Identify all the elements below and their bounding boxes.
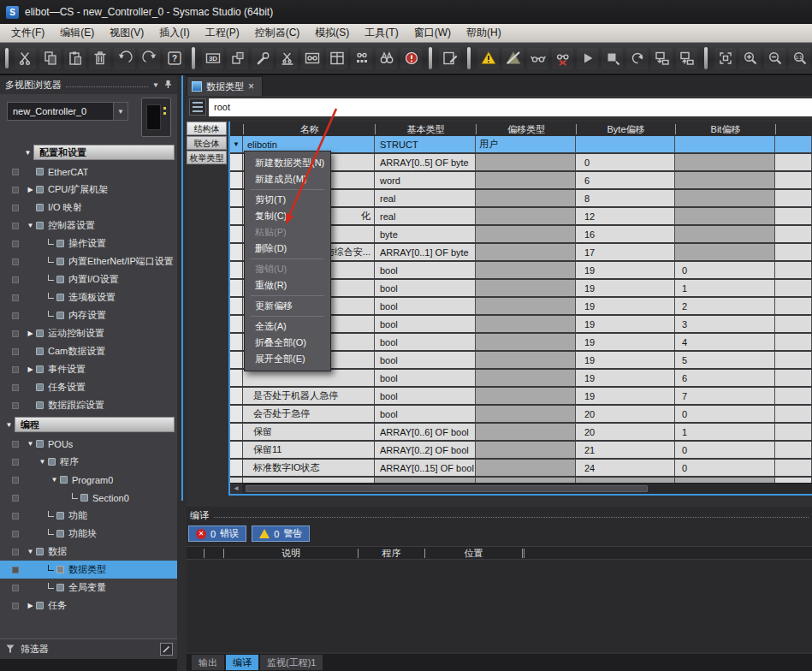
cell-offset-type[interactable]: [476, 172, 576, 188]
cell-bit-offset[interactable]: 0: [675, 262, 775, 278]
bottom-tab-output[interactable]: 输出: [192, 655, 224, 670]
cell-offset-type[interactable]: [476, 388, 576, 404]
cell-bit-offset[interactable]: 6: [675, 370, 775, 386]
menu-file[interactable]: 文件(F): [3, 24, 52, 42]
synchronize-icon[interactable]: [626, 48, 648, 69]
menu-project[interactable]: 工程(P): [198, 24, 247, 42]
cell-extra[interactable]: [775, 280, 812, 296]
menu-view[interactable]: 视图(V): [102, 24, 151, 42]
cell-offset-type[interactable]: [476, 244, 576, 260]
sidebar-item-data-types[interactable]: 数据类型: [0, 561, 177, 579]
sidebar-item-event-settings[interactable]: ▶事件设置: [0, 360, 177, 378]
context-menu-item-collapse-all[interactable]: 折叠全部(O): [245, 335, 330, 351]
run-icon[interactable]: [577, 48, 598, 69]
cell-bit-offset[interactable]: 1: [675, 424, 775, 440]
cell-name[interactable]: 保留11: [243, 442, 375, 458]
cell-extra[interactable]: [775, 208, 812, 224]
cell-byte-offset[interactable]: 21: [576, 442, 675, 458]
cell-extra[interactable]: [775, 172, 812, 188]
cell-bit-offset[interactable]: 1: [675, 280, 775, 296]
cell-base-type[interactable]: word: [375, 172, 476, 188]
row-expander[interactable]: ▼: [230, 136, 243, 152]
bottom-tab-watch-project-1[interactable]: 监视(工程)1: [260, 655, 323, 670]
row-expander[interactable]: [230, 298, 243, 314]
cell-bit-offset[interactable]: 0: [675, 460, 775, 476]
side-tab-enums[interactable]: 枚举类型: [187, 151, 227, 164]
zoom-100-icon[interactable]: 1:1: [789, 48, 810, 69]
row-expander[interactable]: [230, 190, 243, 206]
cell-byte-offset[interactable]: 24: [576, 460, 675, 476]
cell-bit-offset[interactable]: [675, 208, 775, 224]
panel-divider[interactable]: [177, 75, 187, 671]
context-menu-item-new-member[interactable]: 新建成员(M): [245, 171, 330, 187]
sidebar-item-pous[interactable]: ▼POUs: [0, 435, 177, 453]
help-icon[interactable]: ?: [163, 48, 185, 69]
sidebar-item-function-blocks[interactable]: 功能块: [0, 525, 177, 543]
pin-icon[interactable]: [163, 80, 173, 91]
sidebar-item-program0[interactable]: ▼Program0: [0, 471, 177, 489]
watch-window-icon[interactable]: [301, 48, 323, 69]
cell-byte-offset[interactable]: 12: [576, 208, 675, 224]
context-menu-item-expand-all[interactable]: 展开全部(E): [245, 351, 330, 367]
cell-byte-offset[interactable]: 19: [576, 352, 675, 368]
cell-base-type[interactable]: bool: [375, 352, 476, 368]
cell-name[interactable]: [243, 370, 375, 386]
row-expander[interactable]: [230, 334, 243, 350]
stop-icon[interactable]: [602, 48, 623, 69]
cell-base-type[interactable]: ARRAY[0..6] OF bool: [375, 424, 476, 440]
cell-bit-offset[interactable]: 7: [675, 388, 775, 404]
cell-extra[interactable]: [775, 298, 812, 314]
cell-extra[interactable]: [775, 460, 812, 476]
side-tab-structures[interactable]: 结构体: [187, 122, 227, 135]
row-expander[interactable]: [230, 208, 243, 224]
cell-base-type[interactable]: bool: [375, 334, 476, 350]
cell-offset-type[interactable]: [476, 370, 576, 386]
cell-base-type[interactable]: bool: [375, 370, 476, 386]
cell-extra[interactable]: [775, 442, 812, 458]
cell-extra[interactable]: [775, 370, 812, 386]
cell-bit-offset[interactable]: 3: [675, 316, 775, 332]
cell-byte-offset[interactable]: 20: [576, 424, 675, 440]
cell-base-type[interactable]: ARRAY[0..2] OF bool: [375, 442, 476, 458]
cell-base-type[interactable]: ARRAY[0..1] OF byte: [375, 244, 476, 260]
cell-byte-offset[interactable]: 17: [576, 244, 675, 260]
warnings-button[interactable]: 0 警告: [252, 526, 310, 542]
redo-icon[interactable]: [139, 48, 160, 69]
cell-byte-offset[interactable]: 20: [576, 406, 675, 422]
cell-offset-type[interactable]: [476, 352, 576, 368]
cell-offset-type[interactable]: [476, 334, 576, 350]
cell-name[interactable]: 会否处于急停: [243, 406, 375, 422]
sidebar-item-controller-setup[interactable]: ▼控制器设置: [0, 217, 177, 235]
delete-icon[interactable]: [89, 48, 110, 69]
cell-byte-offset[interactable]: 19: [576, 280, 675, 296]
row-expander[interactable]: [230, 226, 243, 242]
cell-base-type[interactable]: STRUCT: [375, 136, 476, 152]
controller-dropdown[interactable]: new_Controller_0 ▼: [7, 102, 128, 121]
cell-base-type[interactable]: bool: [375, 406, 476, 422]
expand-arrow-icon[interactable]: ▼: [3, 421, 15, 429]
cell-base-type[interactable]: bool: [375, 316, 476, 332]
cell-offset-type[interactable]: [476, 406, 576, 422]
horizontal-scrollbar[interactable]: ◄: [230, 483, 812, 494]
tree-section-config-setup[interactable]: ▼配置和设置: [0, 144, 177, 161]
cell-name[interactable]: 标准数字IO状态: [243, 460, 375, 476]
cell-extra[interactable]: [775, 136, 812, 152]
row-expander[interactable]: [230, 316, 243, 332]
zoom-out-icon[interactable]: [764, 48, 785, 69]
cell-name[interactable]: 是否处于机器人急停: [243, 388, 375, 404]
cell-byte-offset[interactable]: 19: [576, 370, 675, 386]
sidebar-item-section0[interactable]: Section0: [0, 489, 177, 507]
menu-help[interactable]: 帮助(H): [459, 24, 509, 42]
expand-arrow-icon[interactable]: ▶: [25, 330, 36, 337]
paste-icon[interactable]: [64, 48, 86, 69]
cell-offset-type[interactable]: [476, 226, 576, 242]
expand-arrow-icon[interactable]: ▼: [22, 149, 33, 157]
cell-offset-type[interactable]: [476, 154, 576, 170]
sidebar-item-cam-data[interactable]: Cam数据设置: [0, 342, 177, 360]
cell-offset-type[interactable]: 用户: [476, 136, 576, 152]
pencil-icon[interactable]: [160, 643, 173, 656]
sidebar-item-cpu-rack[interactable]: ▶CPU/扩展机架: [0, 181, 177, 199]
cell-base-type[interactable]: bool: [375, 388, 476, 404]
expand-arrow-icon[interactable]: ▶: [25, 602, 36, 609]
cell-base-type[interactable]: real: [375, 190, 476, 206]
